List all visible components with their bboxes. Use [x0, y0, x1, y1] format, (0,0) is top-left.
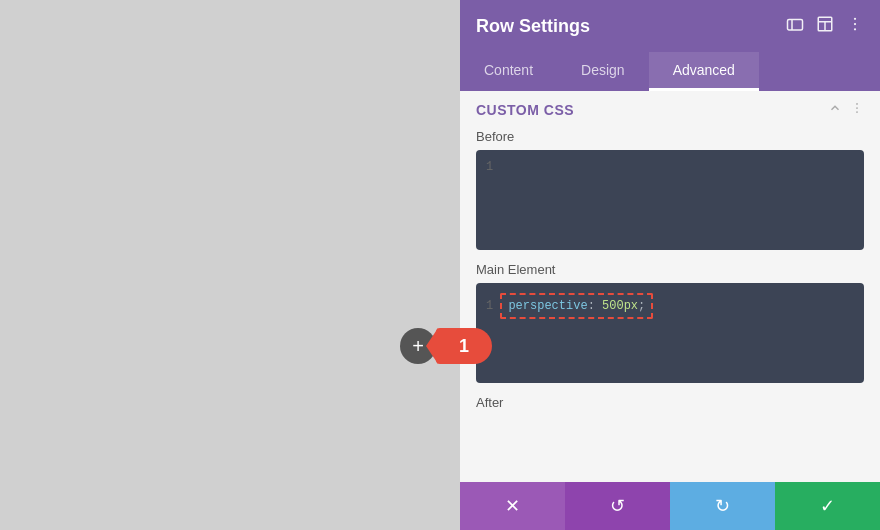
css-property: perspective: [508, 299, 587, 313]
after-section: After: [460, 395, 880, 410]
before-line-num: 1: [486, 160, 506, 174]
svg-point-6: [854, 23, 856, 25]
step-badge: 1: [436, 328, 492, 364]
more-icon[interactable]: [846, 15, 864, 37]
svg-rect-0: [788, 20, 803, 31]
settings-panel: Row Settings: [460, 0, 880, 530]
svg-point-9: [856, 107, 858, 109]
section-title: Custom CSS: [476, 102, 574, 118]
svg-point-10: [856, 111, 858, 113]
before-editor[interactable]: 1: [476, 150, 864, 250]
section-header: Custom CSS: [460, 91, 880, 129]
tab-design[interactable]: Design: [557, 52, 649, 91]
css-section: Custom CSS Before: [460, 91, 880, 410]
before-editor-section: Before 1: [460, 129, 880, 262]
save-button[interactable]: ✓: [775, 482, 880, 530]
tab-advanced[interactable]: Advanced: [649, 52, 759, 91]
before-label: Before: [476, 129, 864, 144]
header-icons: [786, 15, 864, 37]
cancel-button[interactable]: ✕: [460, 482, 565, 530]
css-value: 500px: [602, 299, 638, 313]
svg-point-7: [854, 28, 856, 30]
tabs-bar: Content Design Advanced: [460, 52, 880, 91]
panel-header: Row Settings: [460, 0, 880, 52]
main-element-label: Main Element: [476, 262, 864, 277]
svg-point-5: [854, 18, 856, 20]
main-editor-section: Main Element 1 perspective: 500px;: [460, 262, 880, 395]
collapse-icon[interactable]: [828, 101, 842, 119]
layout-icon[interactable]: [816, 15, 834, 37]
bottom-toolbar: ✕ ↺ ↻ ✓: [460, 482, 880, 530]
step-number: 1: [459, 336, 469, 357]
redo-button[interactable]: ↻: [670, 482, 775, 530]
canvas-area: [0, 0, 460, 530]
after-label: After: [476, 395, 864, 410]
css-semicolon: ;: [638, 299, 645, 313]
svg-point-8: [856, 103, 858, 105]
section-more-icon[interactable]: [850, 101, 864, 119]
css-highlight-box: perspective: 500px;: [500, 293, 653, 319]
responsive-icon[interactable]: [786, 15, 804, 37]
section-header-icons: [828, 101, 864, 119]
panel-title: Row Settings: [476, 16, 590, 37]
main-line-num: 1: [486, 299, 493, 313]
tab-content[interactable]: Content: [460, 52, 557, 91]
undo-button[interactable]: ↺: [565, 482, 670, 530]
panel-body: Custom CSS Before: [460, 91, 880, 482]
main-element-editor[interactable]: 1 perspective: 500px;: [476, 283, 864, 383]
